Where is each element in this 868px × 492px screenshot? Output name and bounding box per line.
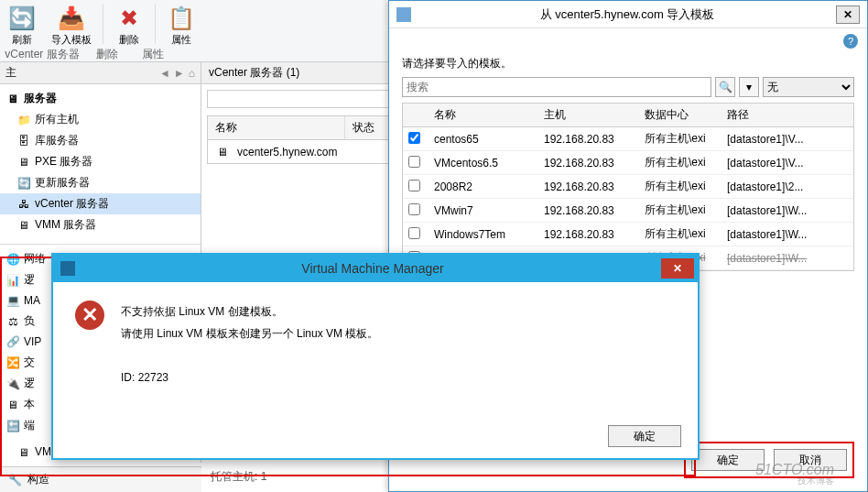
props-label: 属性 — [171, 33, 191, 47]
template-row-0[interactable]: centos65192.168.20.83所有主机\exi[datastore1… — [403, 127, 853, 151]
tree-item-1[interactable]: 🗄库服务器 — [0, 130, 201, 151]
search-input[interactable] — [402, 77, 711, 97]
row-checkbox[interactable] — [408, 156, 420, 168]
nav-up-icon[interactable]: ⌂ — [189, 67, 195, 80]
modal-ok-button[interactable]: 确定 — [691, 449, 765, 471]
delete-button[interactable]: ✖删除 — [107, 2, 151, 49]
filter-select[interactable]: 无 — [763, 77, 854, 97]
refresh-button[interactable]: 🔄刷新 — [0, 2, 44, 49]
row-checkbox[interactable] — [408, 180, 420, 191]
ribbon-group-2: 删除 — [84, 46, 130, 61]
import-label: 导入模板 — [51, 33, 92, 47]
search-icon[interactable]: 🔍 — [715, 77, 735, 97]
row-checkbox[interactable] — [408, 132, 420, 144]
tree-item-4[interactable]: 🖧vCenter 服务器 — [0, 193, 201, 214]
sidebar-header: 主 ◄►⌂ — [0, 62, 201, 84]
dialog-text: 不支持依据 Linux VM 创建模板。 请使用 Linux VM 模板来创建另… — [121, 301, 378, 388]
content-bottom: 托管主机: 1 — [211, 469, 266, 485]
template-row-4[interactable]: Windows7Tem192.168.20.83所有主机\exi[datasto… — [403, 223, 853, 246]
ribbon-group-3: 属性 — [130, 46, 176, 61]
template-row-3[interactable]: VMwin7192.168.20.83所有主机\exi[datastore1]\… — [403, 199, 853, 223]
properties-button[interactable]: 📋属性 — [159, 2, 203, 49]
modal-icon — [396, 7, 411, 22]
dialog-title: Virtual Machine Manager — [84, 261, 661, 276]
tree-item-3[interactable]: 🔄更新服务器 — [0, 172, 201, 193]
modal-label: 请选择要导入的模板。 — [402, 56, 854, 71]
dialog-icon — [60, 261, 75, 276]
modal-title: 从 vcenter5.hynew.com 导入模板 — [418, 6, 836, 23]
modal-cancel-button[interactable]: 取消 — [774, 449, 847, 471]
sidebar-footer[interactable]: 🔧构造 — [0, 466, 201, 492]
row-checkbox[interactable] — [408, 203, 420, 215]
mcol-path[interactable]: 路径 — [722, 104, 853, 126]
modal-close-button[interactable]: ✕ — [836, 5, 860, 24]
tree-item-2[interactable]: 🖥PXE 服务器 — [0, 151, 201, 172]
dialog-close-button[interactable]: ✕ — [661, 258, 694, 279]
help-icon[interactable]: ? — [843, 34, 858, 49]
mcol-dc[interactable]: 数据中心 — [639, 104, 722, 126]
tree-root[interactable]: 🖥服务器 — [0, 88, 201, 109]
nav-back-icon[interactable]: ◄ — [159, 67, 170, 80]
template-row-1[interactable]: VMcentos6.5192.168.20.83所有主机\exi[datasto… — [403, 151, 853, 175]
nav-fwd-icon[interactable]: ► — [174, 67, 185, 80]
tree-item-0[interactable]: 📁所有主机 — [0, 109, 201, 130]
template-row-2[interactable]: 2008R2192.168.20.83所有主机\exi[datastore1]\… — [403, 175, 853, 199]
delete-label: 删除 — [119, 33, 139, 47]
mcol-host[interactable]: 主机 — [538, 104, 639, 126]
row-checkbox[interactable] — [408, 227, 420, 239]
import-template-button[interactable]: 📥导入模板 — [44, 2, 99, 49]
ribbon-group-1: vCenter 服务器 — [0, 46, 84, 61]
dialog-ok-button[interactable]: 确定 — [608, 425, 681, 447]
col-name[interactable]: 名称 — [208, 116, 345, 139]
refresh-label: 刷新 — [12, 33, 32, 47]
search-dropdown-icon[interactable]: ▾ — [739, 77, 759, 97]
error-icon: ✕ — [75, 301, 104, 330]
error-dialog: Virtual Machine Manager ✕ ✕ 不支持依据 Linux … — [51, 253, 700, 460]
tree-item-5[interactable]: 🖥VMM 服务器 — [0, 214, 201, 235]
mcol-name[interactable]: 名称 — [429, 104, 538, 126]
